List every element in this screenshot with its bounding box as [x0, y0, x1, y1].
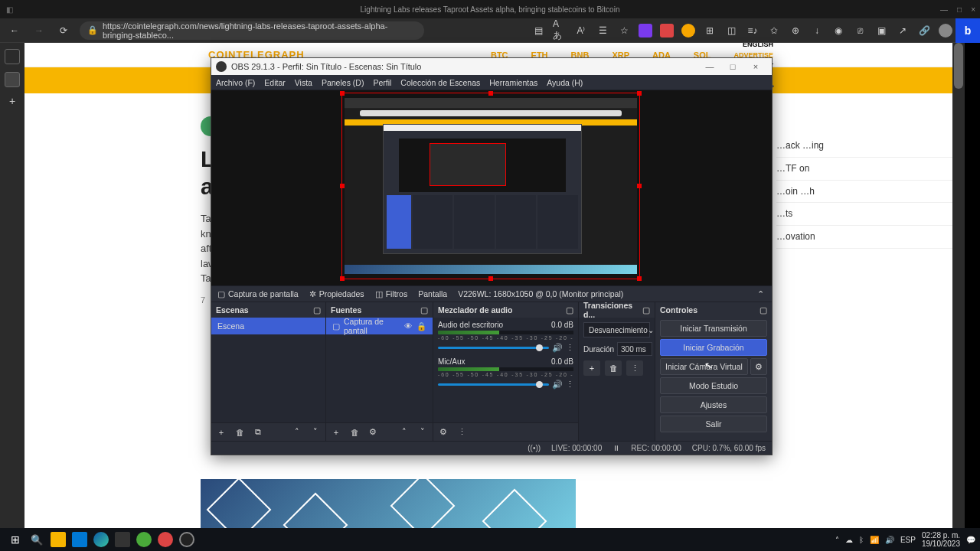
collapse-toolbar-button[interactable]: ⌃ — [755, 289, 766, 298]
page-scrollbar[interactable] — [952, 43, 965, 528]
move-down-button[interactable]: ˅ — [416, 425, 430, 439]
extensions-button[interactable]: ⊞ — [703, 24, 717, 37]
favorite-icon[interactable]: ☆ — [617, 24, 631, 37]
remove-transition-button[interactable]: 🗑 — [605, 360, 622, 376]
move-up-button[interactable]: ˄ — [397, 425, 411, 439]
menu-file[interactable]: Archivo (F) — [216, 78, 255, 87]
extension-icon[interactable] — [681, 24, 695, 37]
profile-avatar[interactable] — [939, 24, 952, 37]
news-item[interactable]: …TF on — [776, 158, 952, 181]
remove-source-button[interactable]: 🗑 — [348, 425, 361, 439]
source-item[interactable]: ▢ Captura de pantall 👁 🔒 — [326, 318, 433, 334]
playlist-icon[interactable]: ≡♪ — [746, 24, 760, 37]
taskbar-app-obs[interactable] — [176, 530, 198, 549]
settings-button[interactable]: Ajustes — [660, 396, 767, 413]
window-close-button[interactable]: × — [971, 5, 975, 14]
start-recording-button[interactable]: Iniciar Grabación — [660, 339, 767, 356]
tray-language[interactable]: ESP — [900, 536, 916, 544]
obs-close-button[interactable]: × — [744, 62, 767, 71]
collections-icon[interactable]: ⊕ — [789, 24, 802, 37]
obs-minimize-button[interactable]: — — [698, 62, 721, 71]
virtual-cam-settings-button[interactable]: ⚙ — [750, 358, 767, 375]
new-tab-button[interactable]: + — [9, 95, 15, 107]
window-minimize-button[interactable]: — — [940, 5, 948, 14]
tray-bluetooth-icon[interactable]: ᛒ — [859, 536, 864, 544]
move-down-button[interactable]: ˅ — [309, 425, 322, 439]
move-up-button[interactable]: ˄ — [290, 425, 304, 439]
popout-icon[interactable]: ▢ — [760, 305, 767, 315]
menu-view[interactable]: Vista — [295, 78, 312, 87]
start-streaming-button[interactable]: Iniciar Transmisión — [660, 320, 767, 337]
notifications-button[interactable]: 💬 — [966, 536, 975, 544]
read-aloud-icon[interactable]: A⁾ — [574, 24, 588, 37]
performance-icon[interactable]: ◉ — [831, 24, 845, 37]
link-icon[interactable]: 🔗 — [917, 24, 931, 37]
reading-list-icon[interactable]: ☰ — [596, 24, 609, 37]
obs-preview-canvas[interactable] — [211, 90, 772, 285]
volume-slider[interactable] — [438, 347, 549, 349]
menu-scene-collection[interactable]: Colección de Escenas — [400, 78, 480, 87]
lock-toggle[interactable]: 🔒 — [416, 321, 426, 331]
duration-input[interactable] — [617, 342, 652, 356]
lang-selector[interactable]: ENGLISH — [743, 43, 773, 48]
screenshot-icon[interactable]: ⎚ — [853, 24, 867, 37]
taskbar-app-terminal[interactable] — [112, 530, 133, 549]
reader-icon[interactable]: ▤ — [531, 24, 545, 37]
transition-select[interactable]: Desvanecimiento⌄ — [583, 322, 650, 337]
tray-volume-icon[interactable]: 🔊 — [885, 536, 894, 544]
menu-profile[interactable]: Perfil — [373, 78, 391, 87]
add-scene-button[interactable]: + — [214, 425, 228, 439]
visibility-toggle[interactable]: 👁 — [404, 321, 413, 331]
back-button[interactable]: ← — [6, 22, 23, 39]
taskbar-app[interactable] — [133, 530, 155, 549]
news-item[interactable]: …ovation — [776, 226, 952, 249]
channel-menu-button[interactable]: ⋮ — [566, 380, 573, 390]
translate-icon[interactable]: Aあ — [553, 24, 567, 37]
mixer-menu-button[interactable]: ⋮ — [455, 425, 469, 439]
exit-button[interactable]: Salir — [660, 416, 767, 432]
popout-icon[interactable]: ▢ — [313, 305, 321, 315]
extension-icon[interactable] — [639, 24, 652, 37]
tab-item-active[interactable] — [5, 72, 20, 87]
menu-panels[interactable]: Paneles (D) — [322, 78, 364, 87]
source-settings-button[interactable]: ⚙ — [366, 425, 380, 439]
menu-help[interactable]: Ayuda (H) — [547, 78, 583, 87]
remove-scene-button[interactable]: 🗑 — [233, 425, 247, 439]
mute-button[interactable]: 🔊 — [552, 343, 563, 353]
app-icon[interactable]: ▣ — [874, 24, 888, 37]
menu-edit[interactable]: Editar — [264, 78, 285, 87]
favorites-icon[interactable]: ✩ — [767, 24, 781, 37]
taskbar-app-mail[interactable] — [69, 530, 90, 549]
tab-item[interactable] — [5, 49, 20, 64]
window-maximize-button[interactable]: □ — [957, 5, 962, 14]
downloads-icon[interactable]: ↓ — [810, 24, 824, 37]
popout-icon[interactable]: ▢ — [642, 305, 650, 315]
scene-item[interactable]: Escena — [211, 318, 325, 334]
news-item[interactable]: …oin …h — [776, 181, 952, 204]
bing-sidebar-button[interactable]: b — [956, 18, 980, 43]
tray-onedrive-icon[interactable]: ☁ — [845, 536, 853, 544]
start-button[interactable]: ⊞ — [5, 530, 26, 549]
scene-filter-button[interactable]: ⧉ — [251, 425, 265, 439]
popout-icon[interactable]: ▢ — [566, 305, 573, 315]
source-name-chip[interactable]: ▢ Captura de pantalla — [217, 289, 299, 298]
search-button[interactable]: 🔍 — [26, 530, 47, 549]
obs-maximize-button[interactable]: □ — [721, 62, 744, 71]
mute-button[interactable]: 🔊 — [552, 380, 563, 390]
address-bar[interactable]: 🔒 https://cointelegraph.com/news/lightni… — [80, 21, 424, 40]
studio-mode-button[interactable]: Modo Estudio — [660, 377, 767, 394]
share-icon[interactable]: ↗ — [896, 24, 910, 37]
refresh-button[interactable]: ⟳ — [55, 22, 72, 39]
tray-chevron[interactable]: ˄ — [835, 536, 839, 544]
taskbar-app[interactable] — [47, 530, 69, 549]
tray-wifi-icon[interactable]: 📶 — [870, 536, 879, 544]
add-transition-button[interactable]: + — [583, 360, 600, 376]
split-screen-icon[interactable]: ◫ — [724, 24, 738, 37]
news-item[interactable]: …ack …ing — [776, 135, 952, 158]
taskbar-app-edge[interactable] — [90, 530, 112, 549]
properties-button[interactable]: ✲ Propiedades — [309, 289, 364, 298]
menu-tools[interactable]: Herramientas — [489, 78, 537, 87]
news-item[interactable]: …ts — [776, 203, 952, 226]
mixer-settings-button[interactable]: ⚙ — [436, 425, 450, 439]
transition-menu-button[interactable]: ⋮ — [626, 360, 643, 376]
